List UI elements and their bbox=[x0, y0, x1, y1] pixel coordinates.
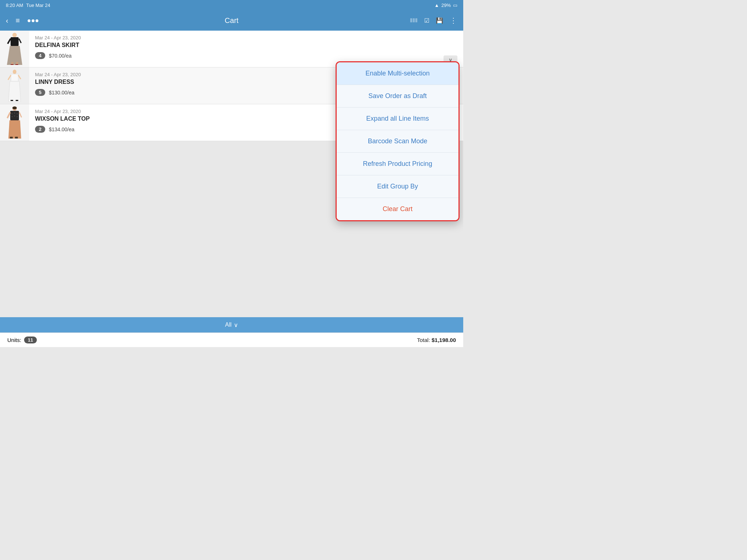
svg-rect-7 bbox=[11, 64, 13, 65]
status-left: 8:20 AM Tue Mar 24 bbox=[6, 3, 50, 8]
units-label: Units: bbox=[7, 337, 21, 343]
wifi-icon: ▲ bbox=[434, 3, 439, 8]
nav-left: ‹ ≡ ●●● bbox=[6, 16, 39, 25]
svg-point-20 bbox=[14, 113, 15, 114]
menu-item-expand-all-line-items[interactable]: Expand all Line Items bbox=[337, 108, 458, 130]
item-qty-wixson: 2 bbox=[35, 126, 45, 133]
svg-rect-14 bbox=[11, 100, 13, 101]
tab-chevron-icon: ∨ bbox=[234, 322, 238, 328]
item-price-linny: $130.00/ea bbox=[49, 90, 74, 96]
total-amount: $1,198.00 bbox=[431, 337, 456, 343]
svg-point-17 bbox=[12, 106, 17, 109]
status-bar: 8:20 AM Tue Mar 24 ▲ 29% ▭ bbox=[0, 0, 463, 10]
item-image-wixson bbox=[0, 104, 29, 141]
svg-line-26 bbox=[7, 112, 10, 118]
menu-item-edit-group-by[interactable]: Edit Group By bbox=[337, 175, 458, 198]
nav-right: ⦀⦀⦀ ☑ 💾 ⋮ bbox=[410, 16, 457, 25]
wixson-lace-image bbox=[5, 106, 25, 139]
item-price-wixson: $134.00/ea bbox=[49, 127, 74, 132]
item-qty-price-delfina: 4 $70.00/ea bbox=[35, 52, 457, 59]
delfina-skirt-image bbox=[5, 33, 25, 65]
svg-marker-4 bbox=[7, 46, 22, 65]
svg-rect-29 bbox=[15, 137, 18, 139]
svg-line-27 bbox=[19, 112, 22, 117]
battery-icon: ▭ bbox=[453, 3, 457, 8]
svg-point-21 bbox=[16, 113, 18, 114]
item-qty-linny: 5 bbox=[35, 89, 45, 96]
linny-dress-image bbox=[5, 70, 24, 102]
menu-button[interactable]: ≡ bbox=[16, 16, 20, 25]
back-button[interactable]: ‹ bbox=[6, 16, 8, 25]
bottom-tab-bar[interactable]: All ∨ bbox=[0, 317, 463, 332]
total-section: Total: $1,198.00 bbox=[417, 337, 456, 343]
date-display: Tue Mar 24 bbox=[26, 3, 50, 8]
item-image-delfina bbox=[0, 31, 29, 67]
units-section: Units: 11 bbox=[7, 337, 37, 343]
svg-line-12 bbox=[8, 75, 11, 80]
page-title: Cart bbox=[225, 16, 239, 25]
svg-line-3 bbox=[19, 39, 21, 43]
menu-item-refresh-product-pricing[interactable]: Refresh Product Pricing bbox=[337, 153, 458, 175]
svg-rect-8 bbox=[15, 64, 18, 65]
main-content: Mar 24 - Apr 23, 2020 DELFINA SKIRT 4 $7… bbox=[0, 31, 463, 317]
nav-bar: ‹ ≡ ●●● Cart ⦀⦀⦀ ☑ 💾 ⋮ bbox=[0, 10, 463, 31]
svg-marker-11 bbox=[8, 81, 21, 102]
svg-rect-28 bbox=[10, 137, 13, 139]
menu-item-save-order-draft[interactable]: Save Order as Draft bbox=[337, 85, 458, 108]
barcode-icon[interactable]: ⦀⦀⦀ bbox=[410, 17, 418, 24]
svg-rect-15 bbox=[16, 100, 18, 101]
more-options-icon[interactable]: ⋮ bbox=[450, 16, 457, 25]
svg-point-9 bbox=[13, 70, 16, 74]
search-button[interactable]: ●●● bbox=[27, 17, 39, 24]
svg-marker-25 bbox=[8, 120, 21, 139]
dropdown-menu: Enable Multi-selection Save Order as Dra… bbox=[336, 61, 460, 221]
menu-item-clear-cart[interactable]: Clear Cart bbox=[337, 198, 458, 220]
item-qty-delfina: 4 bbox=[35, 52, 45, 59]
svg-rect-1 bbox=[11, 37, 19, 46]
svg-line-13 bbox=[18, 75, 21, 79]
total-label: Total: bbox=[417, 337, 430, 343]
status-right: ▲ 29% ▭ bbox=[434, 3, 457, 8]
menu-item-enable-multiselection[interactable]: Enable Multi-selection bbox=[337, 62, 458, 85]
svg-point-22 bbox=[11, 116, 12, 117]
item-name-delfina: DELFINA SKIRT bbox=[35, 42, 457, 48]
tab-all-label: All bbox=[225, 322, 232, 328]
svg-point-24 bbox=[16, 116, 18, 117]
item-price-delfina: $70.00/ea bbox=[49, 53, 71, 59]
menu-item-barcode-scan-mode[interactable]: Barcode Scan Mode bbox=[337, 130, 458, 153]
time-display: 8:20 AM bbox=[6, 3, 23, 8]
footer-bar: Units: 11 Total: $1,198.00 bbox=[0, 332, 463, 347]
svg-point-0 bbox=[12, 33, 17, 37]
svg-point-23 bbox=[14, 116, 15, 117]
save-icon[interactable]: 💾 bbox=[436, 17, 443, 24]
units-count-badge: 11 bbox=[24, 337, 36, 343]
svg-point-19 bbox=[11, 113, 12, 114]
svg-rect-10 bbox=[11, 74, 18, 81]
item-date-delfina: Mar 24 - Apr 23, 2020 bbox=[35, 35, 457, 40]
battery-display: 29% bbox=[441, 3, 451, 8]
svg-line-2 bbox=[8, 39, 11, 44]
item-image-linny bbox=[0, 67, 29, 104]
checkbox-icon[interactable]: ☑ bbox=[424, 17, 429, 24]
